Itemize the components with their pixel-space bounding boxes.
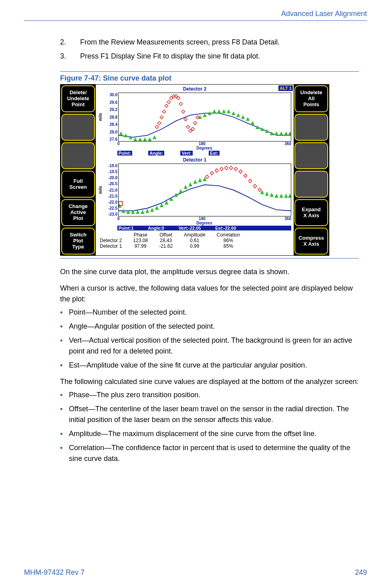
svg-marker-13 [222, 109, 226, 113]
svg-rect-44 [193, 121, 197, 125]
svg-rect-82 [253, 184, 256, 188]
sk-empty [294, 171, 328, 198]
svg-marker-23 [270, 131, 274, 135]
x-axis-label: Degrees [117, 221, 291, 225]
svg-marker-59 [179, 189, 183, 193]
svg-marker-6 [148, 137, 152, 141]
th [100, 232, 127, 238]
footer-doc-id: MHM-97432 Rev 7 [24, 568, 85, 577]
status-vert: Vert: [180, 151, 192, 156]
svg-marker-17 [241, 115, 245, 119]
sk-undelete-all-points[interactable]: Undelete All Points [294, 85, 328, 112]
th: Phase [127, 232, 153, 238]
sk-empty [294, 114, 328, 141]
svg-marker-9 [203, 113, 207, 117]
plot-area: ALT 1 Detector 2 mils 30.0 29.6 29.2 28.… [96, 85, 294, 255]
svg-marker-15 [232, 111, 236, 115]
ytick: 29.2 [104, 107, 117, 112]
svg-marker-14 [227, 109, 231, 113]
sk-delete-undelete-point[interactable]: Delete/ Undelete Point [61, 85, 95, 112]
svg-marker-71 [288, 194, 291, 198]
footer-page-number: 249 [355, 568, 367, 577]
svg-marker-52 [145, 209, 149, 213]
chart-svg [119, 93, 291, 141]
ytick: 28.0 [104, 130, 117, 134]
svg-marker-5 [143, 137, 147, 141]
chart-detector-1: Detector 1 mils -19.0 -19.5 -20.0 -20.5 … [96, 156, 294, 230]
page-footer: MHM-97432 Rev 7 249 [24, 568, 367, 577]
ytick: -21.5 [104, 194, 117, 198]
svg-rect-73 [210, 171, 214, 175]
sk-full-screen[interactable]: Full Screen [61, 171, 95, 198]
svg-marker-3 [133, 137, 137, 141]
xtick: 360 [284, 216, 291, 221]
sk-empty [61, 114, 95, 141]
svg-marker-66 [265, 192, 269, 196]
ytick: 30.0 [104, 93, 117, 97]
status-angle: Angle: [148, 151, 164, 156]
step-keycap: F8 Data Detail [232, 38, 278, 46]
svg-marker-54 [155, 206, 159, 210]
svg-marker-11 [212, 109, 216, 113]
ytick: -19.5 [104, 170, 117, 174]
list-item: Point—Number of the selected point. [60, 307, 359, 318]
td: 0.61 [178, 238, 211, 243]
svg-marker-62 [193, 180, 197, 184]
table-row: Detector 1 97.99 -21.62 0.99 85% [100, 243, 246, 249]
svg-rect-38 [179, 102, 182, 105]
list-item: Offset—The centerline of the laser beam … [60, 404, 359, 425]
td: Detector 1 [100, 243, 127, 249]
sk-compress-x-axis[interactable]: Compress X Axis [294, 228, 328, 255]
plot-canvas-2[interactable] [118, 93, 291, 141]
svg-marker-67 [270, 193, 274, 197]
svg-marker-0 [119, 131, 123, 135]
table-row: Detector 2 123.08 28.43 0.61 86% [100, 238, 246, 243]
list-text: Amplitude—The maximum displacement of th… [69, 428, 316, 439]
svg-marker-7 [153, 135, 157, 139]
figure-caption: Figure 7-47: Sine curve data plot [60, 71, 359, 83]
list-text: Vert—Actual vertical position of the sel… [69, 335, 359, 357]
svg-marker-1 [124, 133, 128, 137]
ytick: -19.0 [104, 164, 117, 168]
sk-switch-plot-type[interactable]: Switch Plot Type [61, 228, 95, 255]
bullet-list: Point—Number of the selected point. Angl… [60, 307, 359, 371]
svg-rect-76 [225, 166, 228, 170]
step-item: 2. From the Review Measurements screen, … [60, 37, 359, 48]
td: 85% [211, 243, 246, 249]
ytick: -22.0 [104, 200, 117, 204]
y-ticks: -19.0 -19.5 -20.0 -20.5 -21.0 -21.5 -22.… [104, 164, 118, 216]
step-number: 3. [60, 51, 80, 62]
summary-table: Phase Offset Amplitude Correlation Detec… [100, 232, 291, 249]
svg-marker-51 [141, 210, 145, 214]
svg-marker-4 [138, 137, 142, 141]
sk-empty [61, 142, 95, 169]
list-text: Est—Amplitude value of the sine fit curv… [69, 360, 307, 371]
list-item: Angle—Angular position of the selected p… [60, 321, 359, 332]
svg-marker-19 [251, 121, 255, 125]
list-item: Correlation—The confidence factor in per… [60, 443, 359, 464]
step-text: Press F1 Display Sine Fit to display the… [80, 51, 260, 62]
figure-container: Delete/ Undelete Point Full Screen Chang… [60, 84, 359, 259]
status-vert: Vert:-22.05 [177, 226, 202, 230]
svg-marker-69 [279, 194, 283, 198]
ytick: 27.6 [104, 137, 117, 141]
svg-marker-53 [150, 208, 154, 212]
y-ticks: 30.0 29.6 29.2 28.8 28.4 28.0 27.6 [104, 93, 118, 141]
svg-marker-63 [198, 178, 202, 182]
svg-marker-26 [284, 131, 288, 135]
body-paragraph: When a cursor is active, the following d… [60, 283, 359, 305]
status-angle: Angle:0 [147, 226, 165, 230]
sk-expand-x-axis[interactable]: Expand X Axis [294, 199, 328, 226]
ytick: -22.5 [104, 206, 117, 210]
chart-svg [119, 164, 291, 216]
sk-change-active-plot[interactable]: Change Active Plot [61, 199, 95, 226]
bullet-list: Phase—The plus zero transition position.… [60, 390, 359, 464]
td: 123.08 [127, 238, 153, 243]
chart-detector-2: Detector 2 mils 30.0 29.6 29.2 28.8 28.4… [96, 85, 294, 156]
document-page: Advanced Laser Alignment 2. From the Rev… [0, 0, 391, 588]
th: Offset [153, 232, 178, 238]
plot-canvas-1[interactable] [118, 164, 291, 216]
step-text-a: From the Review Measurements screen, pre… [80, 38, 232, 46]
td: 86% [211, 238, 246, 243]
body-paragraph: The following calculated sine curve valu… [60, 376, 359, 387]
